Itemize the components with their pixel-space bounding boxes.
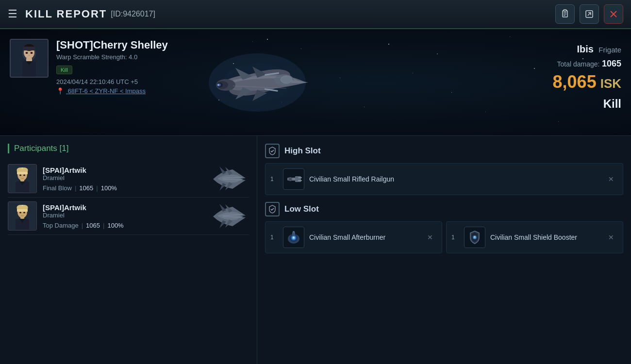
svg-point-27 [217, 84, 219, 86]
afterburner-close[interactable]: ✕ [423, 232, 437, 243]
low-slot-title: Low Slot [284, 204, 319, 214]
afterburner-icon [283, 227, 304, 248]
close-button[interactable] [604, 4, 623, 24]
participant-row: [SPAI]Artwik Dramiel Final Blow | 1065 |… [8, 160, 249, 198]
ship-info-section: Ibis Frigate Total damage: 1065 8,065 IS… [553, 44, 621, 111]
main-content: Participants [1] [0, 136, 631, 364]
low-slot-items: 1 [265, 221, 623, 253]
copy-button[interactable] [555, 4, 575, 24]
participant-ship-img-1 [210, 164, 249, 193]
svg-point-17 [31, 52, 33, 54]
railgun-name: Civilian Small Rifled Railgun [309, 175, 604, 183]
participant-ship-img-2 [210, 201, 249, 231]
high-slot-section: High Slot 1 Civilian Small R [265, 144, 623, 195]
afterburner-item-row: 1 [265, 221, 442, 253]
low-slot-section: Low Slot 1 [265, 202, 623, 253]
shield-booster-icon [464, 227, 485, 248]
pilot-avatar [10, 39, 49, 78]
participant-info-1: [SPAI]Artwik Dramiel Final Blow | 1065 |… [43, 166, 210, 192]
svg-rect-1 [564, 10, 566, 11]
report-id: [ID:9426017] [111, 10, 155, 18]
low-slot-icon [265, 202, 280, 216]
svg-point-38 [19, 175, 21, 176]
right-panel: High Slot 1 Civilian Small R [257, 136, 631, 364]
railgun-icon [283, 168, 304, 190]
total-damage-label: Total damage: [557, 60, 600, 68]
isk-label: ISK [600, 76, 621, 91]
svg-rect-58 [298, 180, 302, 181]
participant-name-1: [SPAI]Artwik [43, 166, 210, 174]
participants-title: Participants [1] [8, 144, 249, 153]
shield-booster-qty: 1 [451, 234, 459, 241]
svg-point-56 [289, 178, 291, 180]
ship-name: Ibis [577, 44, 593, 54]
outcome-label: Kill [553, 97, 621, 111]
svg-point-71 [474, 236, 476, 238]
shield-booster-close[interactable]: ✕ [604, 232, 618, 243]
svg-rect-67 [293, 231, 295, 233]
participant-avatar-1 [8, 164, 37, 193]
total-damage-value: 1065 [602, 59, 621, 68]
isk-value: 8,065 [553, 72, 597, 92]
participant-info-2: [SPAI]Artwik Dramiel Top Damage | 1065 |… [43, 203, 210, 229]
participant-name-2: [SPAI]Artwik [43, 203, 210, 212]
participant-stats-2: Top Damage | 1065 | 100% [43, 222, 210, 229]
high-slot-icon [265, 144, 280, 158]
participant-avatar-2 [8, 201, 37, 231]
afterburner-qty: 1 [270, 234, 278, 241]
location-pin-icon: 📍 [56, 87, 64, 95]
participant-ship-1: Dramiel [43, 174, 210, 182]
low-slot-header: Low Slot [265, 202, 623, 216]
ship-image-section [184, 39, 330, 126]
high-slot-close[interactable]: ✕ [604, 173, 618, 185]
high-slot-title: High Slot [284, 146, 321, 156]
high-slot-item-row: 1 Civilian Small Rifled Railgun ✕ [265, 163, 623, 195]
top-info-panel: [SHOT]Cherry Shelley Warp Scramble Stren… [0, 29, 631, 136]
high-slot-header: High Slot [265, 144, 623, 158]
participant-row-2: [SPAI]Artwik Dramiel Top Damage | 1065 |… [8, 198, 249, 235]
svg-rect-57 [298, 177, 302, 178]
item-qty-1: 1 [270, 176, 278, 182]
ship-type: Frigate [598, 46, 621, 54]
afterburner-name: Civilian Small Afterburner [309, 233, 423, 241]
svg-rect-15 [23, 47, 35, 50]
header-actions [555, 4, 623, 24]
ship-svg [189, 41, 325, 124]
svg-point-48 [23, 212, 25, 214]
shield-booster-item-row: 1 [446, 221, 623, 253]
shield-booster-name: Civilian Small Shield Booster [490, 233, 604, 241]
left-panel: Participants [1] [0, 136, 257, 364]
kill-badge: Kill [56, 66, 72, 74]
svg-line-6 [588, 13, 591, 16]
participant-ship-2: Dramiel [43, 212, 210, 219]
menu-icon[interactable]: ☰ [8, 8, 17, 20]
svg-rect-54 [295, 176, 301, 182]
svg-point-47 [19, 212, 21, 214]
svg-point-16 [26, 52, 28, 54]
page-title: KILL REPORT [25, 8, 107, 20]
export-button[interactable] [580, 4, 599, 24]
participant-stats-1: Final Blow | 1065 | 100% [43, 184, 210, 192]
svg-point-39 [23, 175, 25, 176]
svg-point-65 [293, 237, 295, 238]
header-bar: ☰ KILL REPORT [ID:9426017] [0, 0, 631, 29]
